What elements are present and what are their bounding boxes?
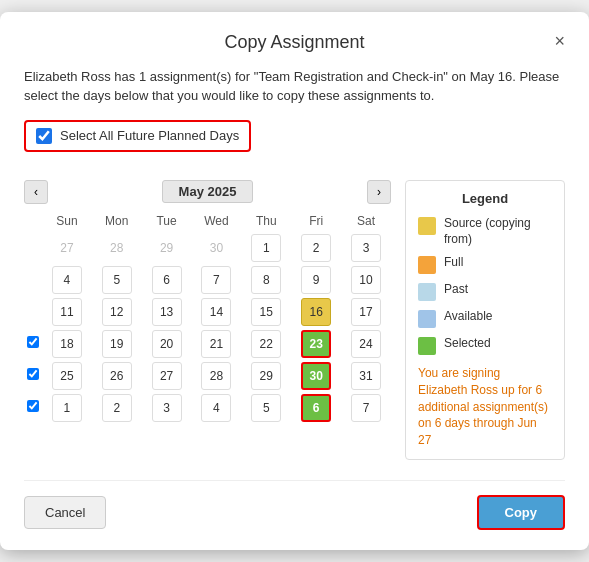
select-all-label: Select All Future Planned Days	[60, 128, 239, 143]
calendar-day-cell[interactable]: 3	[142, 392, 192, 424]
footer: Cancel Copy	[24, 480, 565, 530]
calendar-day-cell[interactable]: 10	[341, 264, 391, 296]
day-number: 5	[251, 394, 281, 422]
modal-header: Copy Assignment ×	[24, 32, 565, 53]
calendar-day-cell[interactable]: 15	[241, 296, 291, 328]
calendar-day-cell[interactable]: 2	[291, 232, 341, 264]
calendar-day-cell[interactable]: 7	[341, 392, 391, 424]
copy-assignment-modal: Copy Assignment × Elizabeth Ross has 1 a…	[0, 12, 589, 550]
legend-item: Selected	[418, 336, 552, 355]
calendar-day-cell[interactable]: 24	[341, 328, 391, 360]
day-number: 17	[351, 298, 381, 326]
legend-label: Full	[444, 255, 463, 271]
calendar-day-cell: 30	[192, 232, 242, 264]
calendar-day-cell[interactable]: 6	[142, 264, 192, 296]
calendar-day-cell[interactable]: 8	[241, 264, 291, 296]
calendar-day-cell[interactable]: 1	[241, 232, 291, 264]
content-row: ‹ May 2025 › Sun Mon Tue Wed Thu Fri Sat	[24, 180, 565, 460]
legend-swatch	[418, 256, 436, 274]
legend-item: Source (copying from)	[418, 216, 552, 247]
calendar-day-cell[interactable]: 29	[241, 360, 291, 392]
col-sat: Sat	[341, 210, 391, 232]
calendar-day-cell[interactable]: 12	[92, 296, 142, 328]
copy-button[interactable]: Copy	[477, 495, 566, 530]
week-row-check[interactable]	[24, 360, 42, 392]
calendar-day-cell[interactable]: 23	[291, 328, 341, 360]
calendar-nav: ‹ May 2025 ›	[24, 180, 391, 204]
calendar-day-cell[interactable]: 4	[42, 264, 92, 296]
calendar-day-cell[interactable]: 18	[42, 328, 92, 360]
calendar-day-cell[interactable]: 28	[192, 360, 242, 392]
legend-swatch	[418, 337, 436, 355]
day-number: 24	[351, 330, 381, 358]
calendar-day-cell: 29	[142, 232, 192, 264]
week-row-check[interactable]	[24, 392, 42, 424]
day-number: 20	[152, 330, 182, 358]
calendar-day-cell[interactable]: 27	[142, 360, 192, 392]
calendar-day-cell[interactable]: 5	[241, 392, 291, 424]
calendar-day-cell[interactable]: 31	[341, 360, 391, 392]
day-number: 11	[52, 298, 82, 326]
calendar-day-cell[interactable]: 30	[291, 360, 341, 392]
week-checkbox[interactable]	[27, 368, 39, 380]
calendar-day-cell[interactable]: 9	[291, 264, 341, 296]
day-number: 6	[152, 266, 182, 294]
calendar-day-cell[interactable]: 19	[92, 328, 142, 360]
calendar-day-cell[interactable]: 22	[241, 328, 291, 360]
day-number: 5	[102, 266, 132, 294]
calendar-day-cell[interactable]: 6	[291, 392, 341, 424]
calendar-day-cell[interactable]: 25	[42, 360, 92, 392]
calendar-section: ‹ May 2025 › Sun Mon Tue Wed Thu Fri Sat	[24, 180, 391, 424]
day-number: 13	[152, 298, 182, 326]
calendar-day-cell[interactable]: 1	[42, 392, 92, 424]
calendar-day-cell[interactable]: 2	[92, 392, 142, 424]
week-checkbox[interactable]	[27, 400, 39, 412]
calendar-day-cell[interactable]: 17	[341, 296, 391, 328]
day-number: 28	[201, 362, 231, 390]
col-sun: Sun	[42, 210, 92, 232]
legend-item: Available	[418, 309, 552, 328]
week-row-check	[24, 296, 42, 328]
calendar-week-row: 11121314151617	[24, 296, 391, 328]
select-all-wrapper: Select All Future Planned Days	[24, 120, 565, 166]
day-number: 31	[351, 362, 381, 390]
col-thu: Thu	[241, 210, 291, 232]
calendar-day-cell[interactable]: 13	[142, 296, 192, 328]
calendar-day-cell[interactable]: 16	[291, 296, 341, 328]
calendar-week-row: 18192021222324	[24, 328, 391, 360]
week-row-check[interactable]	[24, 328, 42, 360]
day-number: 23	[301, 330, 331, 358]
calendar-day-cell[interactable]: 4	[192, 392, 242, 424]
week-checkbox[interactable]	[27, 336, 39, 348]
calendar-header-row: Sun Mon Tue Wed Thu Fri Sat	[24, 210, 391, 232]
calendar-day-cell[interactable]: 7	[192, 264, 242, 296]
calendar-day-cell: 28	[92, 232, 142, 264]
legend-items: Source (copying from)FullPastAvailableSe…	[418, 216, 552, 355]
day-number: 18	[52, 330, 82, 358]
calendar-day-cell[interactable]: 14	[192, 296, 242, 328]
calendar-day-cell[interactable]: 26	[92, 360, 142, 392]
legend-swatch	[418, 283, 436, 301]
prev-month-button[interactable]: ‹	[24, 180, 48, 204]
modal-title: Copy Assignment	[224, 32, 364, 53]
day-number: 10	[351, 266, 381, 294]
calendar-day-cell[interactable]: 5	[92, 264, 142, 296]
select-all-row[interactable]: Select All Future Planned Days	[24, 120, 251, 152]
calendar-day-cell[interactable]: 20	[142, 328, 192, 360]
day-number: 3	[152, 394, 182, 422]
calendar-day-cell[interactable]: 3	[341, 232, 391, 264]
legend-title: Legend	[418, 191, 552, 206]
day-number: 27	[152, 362, 182, 390]
calendar-day-cell[interactable]: 11	[42, 296, 92, 328]
calendar-month-label: May 2025	[162, 180, 254, 203]
select-all-checkbox[interactable]	[36, 128, 52, 144]
col-fri: Fri	[291, 210, 341, 232]
day-number: 29	[251, 362, 281, 390]
calendar-day-cell[interactable]: 21	[192, 328, 242, 360]
day-number: 21	[201, 330, 231, 358]
next-month-button[interactable]: ›	[367, 180, 391, 204]
close-button[interactable]: ×	[554, 32, 565, 50]
modal-description: Elizabeth Ross has 1 assignment(s) for "…	[24, 67, 565, 106]
day-number: 26	[102, 362, 132, 390]
cancel-button[interactable]: Cancel	[24, 496, 106, 529]
